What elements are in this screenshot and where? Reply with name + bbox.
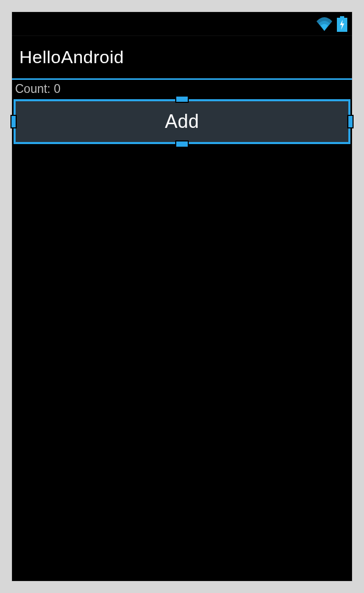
app-title: HelloAndroid: [19, 47, 124, 67]
add-button[interactable]: Add: [14, 99, 350, 144]
selected-element-wrap: Add: [14, 99, 350, 144]
add-button-label: Add: [165, 111, 199, 133]
content-area: Count: 0 Add: [12, 80, 352, 581]
selection-handle-left[interactable]: [10, 115, 17, 128]
status-bar: [12, 12, 352, 36]
selection-handle-right[interactable]: [347, 115, 354, 128]
selection-handle-bottom[interactable]: [175, 140, 189, 148]
battery-charging-icon: [336, 16, 348, 32]
device-frame: HelloAndroid Count: 0 Add: [11, 11, 353, 582]
action-bar: HelloAndroid: [12, 36, 352, 80]
wifi-icon: [316, 17, 333, 31]
selection-handle-top[interactable]: [175, 96, 189, 103]
